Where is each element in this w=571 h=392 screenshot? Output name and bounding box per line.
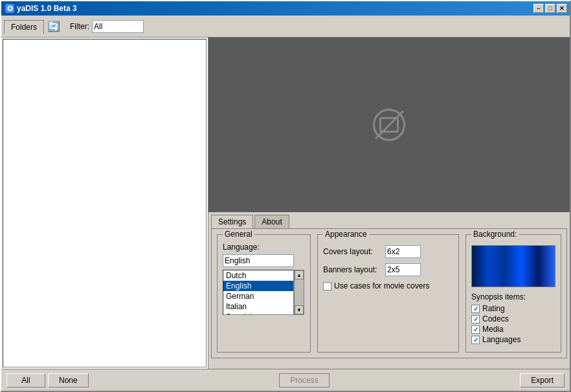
synopsis-rating-checkbox[interactable] <box>471 305 480 313</box>
use-cases-row: Use cases for movie covers <box>323 281 453 290</box>
listbox-item-english[interactable]: English <box>223 281 293 291</box>
general-group-title: General <box>223 230 254 239</box>
titlebar: 💿 yaDIS 1.0 Beta 3 − □ ✕ <box>1 1 570 16</box>
banners-layout-select[interactable]: 2x5 1x5 3x5 <box>385 263 421 276</box>
scroll-track[interactable] <box>295 279 304 305</box>
bottom-left-buttons: All None <box>6 373 89 387</box>
maximize-button[interactable]: □ <box>545 4 555 13</box>
synopsis-codecs-label: Codecs <box>482 314 509 323</box>
minimize-button[interactable]: − <box>533 4 544 13</box>
synopsis-codecs-checkbox[interactable] <box>471 315 480 323</box>
scroll-up-arrow[interactable]: ▲ <box>295 270 304 279</box>
language-listbox-wrapper: Dutch English German Italian Spanish ▲ ▼ <box>223 270 305 315</box>
banners-layout-row: Banners layout: 2x5 1x5 3x5 <box>323 263 453 276</box>
synopsis-languages-label: Languages <box>482 335 521 344</box>
settings-area: Settings About General Language: English <box>208 212 570 369</box>
refresh-icon[interactable]: 🔄 <box>47 19 61 34</box>
toolbar: Folders 🔄 Filter: All Movies Series <box>1 16 570 38</box>
banners-layout-select-wrapper: 2x5 1x5 3x5 <box>385 263 421 276</box>
listbox-scrollbar[interactable]: ▲ ▼ <box>294 270 304 315</box>
none-button[interactable]: None <box>48 373 89 387</box>
window-title: 💿 yaDIS 1.0 Beta 3 <box>5 4 77 13</box>
filter-label: Filter: <box>70 22 89 31</box>
export-button[interactable]: Export <box>520 373 565 387</box>
synopsis-codecs-row: Codecs <box>471 314 555 323</box>
banners-layout-label: Banners layout: <box>323 265 381 274</box>
all-button[interactable]: All <box>6 373 45 387</box>
settings-tabs: Settings About <box>211 215 567 229</box>
background-preview <box>471 245 555 287</box>
background-group-title: Background: <box>471 230 519 239</box>
general-group: General Language: English Dutch English <box>217 234 311 353</box>
process-button[interactable]: Process <box>279 373 329 387</box>
left-panel <box>1 38 208 369</box>
synopsis-rating-label: Rating <box>482 304 505 313</box>
covers-layout-row: Covers layout: 6x2 4x3 8x2 <box>323 245 453 258</box>
appearance-group: Appearance Covers layout: 6x2 4x3 8x2 <box>317 234 459 353</box>
appearance-group-title: Appearance <box>323 230 369 239</box>
tab-settings[interactable]: Settings <box>211 215 253 228</box>
synopsis-group: Synopsis items: Rating Codecs <box>471 292 555 344</box>
listbox-item-german[interactable]: German <box>223 291 293 301</box>
language-select[interactable]: English <box>223 254 294 267</box>
tab-about[interactable]: About <box>254 215 289 228</box>
synopsis-languages-checkbox[interactable] <box>471 336 480 344</box>
main-content: Settings About General Language: English <box>1 38 570 369</box>
background-group: Background: Synopsis items: Rating <box>465 234 561 353</box>
process-area: Process <box>279 373 329 387</box>
synopsis-media-checkbox[interactable] <box>471 325 480 334</box>
use-cases-checkbox[interactable] <box>323 282 331 290</box>
close-button[interactable]: ✕ <box>557 4 567 13</box>
synopsis-media-label: Media <box>482 325 504 334</box>
synopsis-media-row: Media <box>471 325 555 334</box>
no-image-icon <box>373 109 405 141</box>
settings-content: General Language: English Dutch English <box>211 229 567 358</box>
synopsis-rating-row: Rating <box>471 304 555 313</box>
use-cases-label: Use cases for movie covers <box>334 281 429 290</box>
language-label: Language: <box>223 243 305 252</box>
covers-layout-label: Covers layout: <box>323 247 381 256</box>
preview-area <box>208 38 570 212</box>
folders-tab[interactable]: Folders <box>4 20 44 34</box>
listbox-item-italian[interactable]: Italian <box>223 301 293 312</box>
right-panel: Settings About General Language: English <box>208 38 570 369</box>
file-list[interactable] <box>3 39 207 367</box>
language-listbox[interactable]: Dutch English German Italian Spanish <box>223 270 294 315</box>
app-icon: 💿 <box>5 4 14 13</box>
listbox-item-spanish[interactable]: Spanish <box>223 312 293 315</box>
window-controls: − □ ✕ <box>533 4 567 13</box>
no-image-inner <box>379 117 399 133</box>
synopsis-group-title: Synopsis items: <box>471 292 555 301</box>
main-window: 💿 yaDIS 1.0 Beta 3 − □ ✕ Folders 🔄 Filte… <box>0 0 571 392</box>
title-text: yaDIS 1.0 Beta 3 <box>17 4 77 13</box>
scroll-down-arrow[interactable]: ▼ <box>295 305 304 314</box>
covers-layout-select[interactable]: 6x2 4x3 8x2 <box>385 245 421 258</box>
filter-select[interactable]: All Movies Series <box>92 20 144 33</box>
synopsis-languages-row: Languages <box>471 335 555 344</box>
covers-layout-select-wrapper: 6x2 4x3 8x2 <box>385 245 421 258</box>
listbox-item-dutch[interactable]: Dutch <box>223 270 293 281</box>
bottom-bar: All None Process Export <box>1 369 570 391</box>
language-select-wrapper: English <box>223 254 294 270</box>
filter-select-wrapper: All Movies Series <box>92 20 144 33</box>
